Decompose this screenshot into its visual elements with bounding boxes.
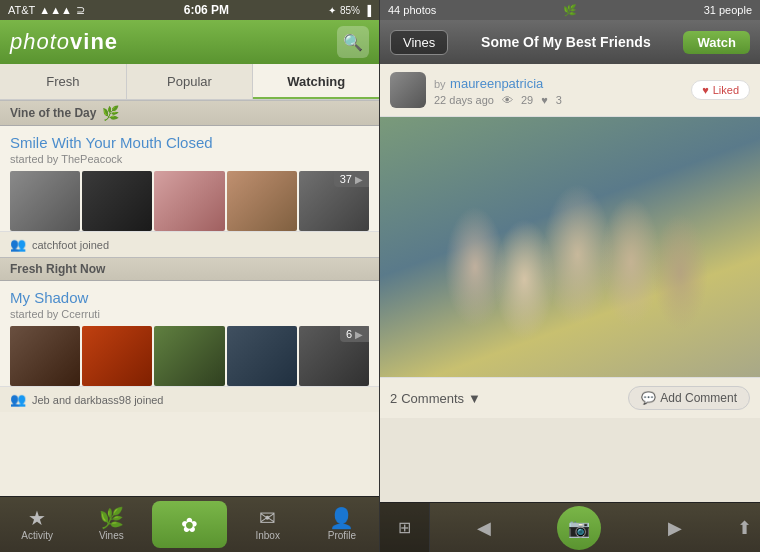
post-time-ago: 22 days ago: [434, 94, 494, 106]
comments-label: Comments: [401, 391, 464, 406]
nav-add[interactable]: ✿: [152, 501, 226, 548]
post-meta: 22 days ago 👁 29 ♥ 3: [434, 94, 691, 106]
vine-join-text-votd: catchfoot joined: [32, 239, 109, 251]
vine-thumb-1: [10, 171, 80, 231]
nav-vines[interactable]: 🌿 Vines: [74, 497, 148, 552]
vine-count-arrow-fresh: ▶: [355, 329, 363, 340]
eye-icon: 👁: [502, 94, 513, 106]
vine-card-votd[interactable]: Smile With Your Mouth Closed started by …: [0, 126, 379, 231]
status-carrier-area: AT&T ▲▲▲ ⊇: [8, 4, 85, 17]
right-toolbar: ⊞ ◀ 📷 ▶ ⬆: [380, 502, 760, 552]
vine-count-votd: 37 ▶: [334, 171, 369, 187]
vine-title-votd: Smile With Your Mouth Closed: [10, 134, 369, 151]
vine-thumb-4: [227, 171, 297, 231]
tab-watching-label: Watching: [287, 74, 345, 89]
comments-bar: 2 Comments ▼ 💬 Add Comment: [380, 377, 760, 418]
toolbar-prev-button[interactable]: ◀: [469, 513, 499, 543]
battery-icon: ▐: [364, 5, 371, 16]
post-likes: 3: [556, 94, 562, 106]
vine-thumb-2: [82, 171, 152, 231]
comments-count: 2: [390, 391, 397, 406]
right-phone: 44 photos 🌿 31 people Vines Some Of My B…: [380, 0, 760, 552]
section-title-votd: Vine of the Day: [10, 106, 96, 120]
post-info: by maureenpatricia 22 days ago 👁 29 ♥ 3: [434, 74, 691, 106]
inbox-icon: ✉: [259, 508, 276, 528]
photo-group: [380, 117, 760, 377]
post-by-label: by: [434, 78, 446, 90]
vine-images-fresh: 6 ▶: [10, 326, 369, 386]
post-views: 29: [521, 94, 533, 106]
section-header-fresh: Fresh Right Now: [0, 257, 379, 281]
vine-count-arrow: ▶: [355, 174, 363, 185]
photo-silhouette: [380, 117, 760, 367]
app-header: photovine 🔍: [0, 20, 379, 64]
search-button[interactable]: 🔍: [337, 26, 369, 58]
vine-shadow-thumb-4: [227, 326, 297, 386]
grid-icon: ⊞: [398, 518, 411, 537]
vine-title-fresh: My Shadow: [10, 289, 369, 306]
heart-icon: ♥: [541, 94, 548, 106]
vine-shadow-thumb-2: [82, 326, 152, 386]
tab-popular-label: Popular: [167, 74, 212, 89]
vine-count-number-fresh: 6: [346, 328, 352, 340]
vine-join-bar-fresh: 👥 Jeb and darkbass98 joined: [0, 386, 379, 412]
nav-inbox[interactable]: ✉ Inbox: [231, 497, 305, 552]
vine-count-fresh: 6 ▶: [340, 326, 369, 342]
nav-inbox-label: Inbox: [255, 530, 279, 541]
join-icon-fresh: 👥: [10, 392, 26, 407]
toolbar-camera-button[interactable]: 📷: [557, 506, 601, 550]
status-time: 6:06 PM: [184, 3, 229, 17]
right-status-bar: 44 photos 🌿 31 people: [380, 0, 760, 20]
right-title: Some Of My Best Friends: [481, 34, 651, 50]
liked-button[interactable]: ♥ Liked: [691, 80, 750, 100]
liked-label: Liked: [713, 84, 739, 96]
nav-profile-label: Profile: [328, 530, 356, 541]
post-author-line: by maureenpatricia: [434, 74, 691, 92]
tab-fresh-label: Fresh: [46, 74, 79, 89]
app-logo: photovine: [10, 29, 118, 55]
vine-images-votd: 37 ▶: [10, 171, 369, 231]
post-avatar: [390, 72, 426, 108]
toolbar-grid-button[interactable]: ⊞: [380, 503, 430, 553]
bluetooth-icon: ✦: [328, 5, 336, 16]
watch-button[interactable]: Watch: [683, 31, 750, 54]
section-header-votd: Vine of the Day 🌿: [0, 100, 379, 126]
toolbar-share-button[interactable]: ⬆: [729, 513, 760, 543]
right-content: by maureenpatricia 22 days ago 👁 29 ♥ 3 …: [380, 64, 760, 502]
vine-count-number: 37: [340, 173, 352, 185]
vine-leaf-icon: 🌿: [102, 105, 119, 121]
activity-icon: ★: [28, 508, 46, 528]
toolbar-next-button[interactable]: ▶: [660, 513, 690, 543]
battery-text: 85%: [340, 5, 360, 16]
toolbar-nav: ◀ 📷 ▶: [430, 506, 729, 550]
main-photo: [380, 117, 760, 377]
tab-popular[interactable]: Popular: [127, 64, 254, 99]
nav-profile[interactable]: 👤 Profile: [305, 497, 379, 552]
liked-heart-icon: ♥: [702, 84, 709, 96]
vine-subtitle-votd: started by ThePeacock: [10, 153, 369, 165]
section-title-fresh: Fresh Right Now: [10, 262, 105, 276]
vine-thumb-3: [154, 171, 224, 231]
tab-fresh[interactable]: Fresh: [0, 64, 127, 99]
post-header: by maureenpatricia 22 days ago 👁 29 ♥ 3 …: [380, 64, 760, 117]
tab-watching[interactable]: Watching: [253, 64, 379, 99]
vines-button[interactable]: Vines: [390, 30, 448, 55]
profile-icon: 👤: [329, 508, 354, 528]
bottom-nav: ★ Activity 🌿 Vines ✿ ✉ Inbox 👤 Profile: [0, 496, 379, 552]
right-header: Vines Some Of My Best Friends Watch: [380, 20, 760, 64]
tab-bar: Fresh Popular Watching: [0, 64, 379, 100]
vines-icon: 🌿: [99, 508, 124, 528]
status-right: ✦ 85% ▐: [328, 5, 371, 16]
signal-icon: ▲▲▲: [39, 4, 72, 16]
nav-vines-label: Vines: [99, 530, 124, 541]
add-comment-button[interactable]: 💬 Add Comment: [628, 386, 750, 410]
vine-card-fresh[interactable]: My Shadow started by Ccerruti 6 ▶: [0, 281, 379, 386]
search-icon: 🔍: [343, 33, 363, 52]
nav-activity[interactable]: ★ Activity: [0, 497, 74, 552]
add-icon: ✿: [181, 515, 198, 535]
vine-shadow-thumb-1: [10, 326, 80, 386]
left-phone: AT&T ▲▲▲ ⊇ 6:06 PM ✦ 85% ▐ photovine 🔍 F…: [0, 0, 380, 552]
comments-text[interactable]: 2 Comments ▼: [390, 391, 481, 406]
post-author-name[interactable]: maureenpatricia: [450, 76, 543, 91]
vine-shadow-thumb-3: [154, 326, 224, 386]
